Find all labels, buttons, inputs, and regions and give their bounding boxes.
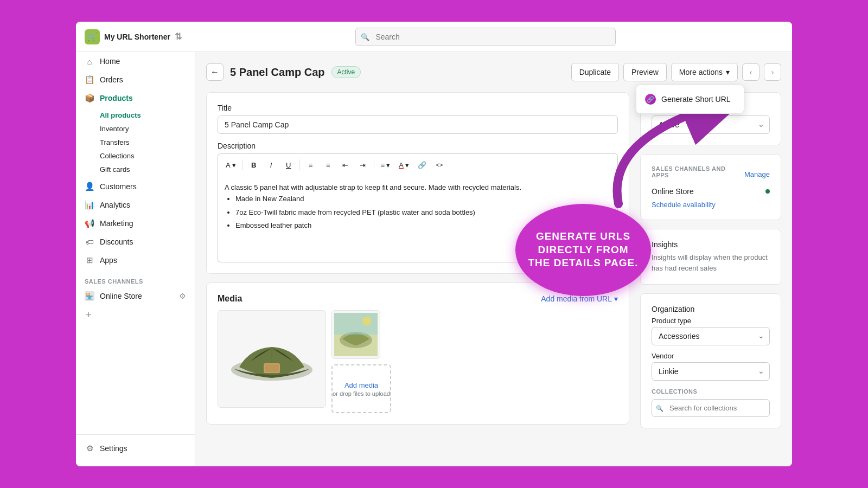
sidebar-item-transfers[interactable]: Transfers [100, 136, 195, 149]
chevron-down-icon: ▾ [386, 161, 390, 169]
nav-prev-button[interactable]: ‹ [742, 63, 760, 81]
customers-icon: 👤 [85, 182, 94, 191]
preview-button[interactable]: Preview [623, 63, 667, 81]
sidebar-item-label: Products [100, 94, 133, 102]
products-icon: 📦 [85, 93, 94, 103]
discounts-icon: 🏷 [85, 237, 94, 247]
topbar: 🛒 My URL Shortener ⇅ [76, 22, 792, 52]
media-grid: Add media or drop files to upload [218, 310, 618, 413]
sidebar-item-home[interactable]: ⌂ Home [76, 52, 195, 70]
store-name: My URL Shortener [104, 33, 170, 41]
add-media-button[interactable]: Add media from URL ▾ [541, 294, 618, 303]
sidebar-item-marketing[interactable]: 📢 Marketing [76, 214, 195, 233]
store-switcher-icon[interactable]: ⇅ [175, 31, 182, 42]
sidebar-item-apps[interactable]: ⊞ Apps [76, 251, 195, 269]
rte-bullet-button[interactable]: ≡ [303, 157, 318, 172]
svg-point-6 [362, 317, 371, 325]
thumb-illustration [334, 313, 378, 356]
organization-card: Organization Product type Accessories Ap… [640, 293, 781, 428]
search-input[interactable] [355, 28, 616, 46]
media-main-image[interactable] [218, 310, 326, 408]
rte-underline-button[interactable]: U [281, 157, 296, 172]
sidebar-item-add-channel[interactable]: + [77, 305, 195, 325]
back-button[interactable]: ← [206, 63, 224, 81]
chevron-down-icon: ▾ [726, 68, 730, 76]
main-column: Title Description A ▾ B I U [206, 92, 629, 437]
sidebar-item-inventory[interactable]: Inventory [100, 122, 195, 136]
sidebar-item-label: Analytics [100, 201, 130, 209]
two-column-layout: Title Description A ▾ B I U [206, 92, 781, 437]
online-store-settings-icon[interactable]: ⚙ [179, 292, 186, 300]
rte-toolbar: A ▾ B I U ≡ ≡ ⇤ ⇥ [218, 153, 618, 176]
insights-card: Insights Insights will display when the … [640, 229, 781, 285]
marketing-icon: 📢 [85, 219, 94, 228]
rte-code-button[interactable]: <> [432, 157, 447, 172]
bullet-item-3: Embossed leather patch [235, 220, 611, 232]
bullet-item-1: Made in New Zealand [235, 194, 611, 205]
title-label: Title [218, 104, 618, 112]
vendor-label: Vendor [652, 352, 770, 360]
chevron-down-icon: ▾ [232, 161, 236, 169]
hat-illustration [228, 332, 315, 386]
sidebar-item-all-products[interactable]: All products [100, 108, 195, 122]
shopify-icon: 🛒 [85, 29, 100, 44]
media-card: Media Add media from URL ▾ [206, 282, 629, 425]
sidebar-item-analytics[interactable]: 📊 Analytics [76, 196, 195, 214]
rte-color-button[interactable]: A ▾ [395, 157, 412, 172]
sidebar-item-customers[interactable]: 👤 Customers [76, 177, 195, 196]
title-input[interactable] [218, 115, 618, 134]
side-column: Status Active Draft SALES CHANNELS AND A… [640, 92, 781, 437]
media-thumb-1[interactable] [331, 310, 380, 359]
orders-icon: 📋 [85, 75, 94, 85]
rte-font-button[interactable]: A ▾ [222, 157, 239, 172]
description-label: Description [218, 142, 618, 150]
more-actions-button[interactable]: More actions ▾ [671, 63, 738, 81]
insights-description: Insights will display when the product h… [652, 252, 770, 273]
sidebar-item-discounts[interactable]: 🏷 Discounts [76, 233, 195, 251]
vendor-select-wrap: Linkie Other [652, 362, 770, 381]
vendor-select[interactable]: Linkie Other [652, 362, 770, 381]
schedule-availability-link[interactable]: Schedule availability [652, 201, 716, 209]
nav-next-button[interactable]: › [764, 63, 781, 81]
media-title: Media [218, 294, 242, 304]
duplicate-button[interactable]: Duplicate [571, 63, 619, 81]
sidebar-item-orders[interactable]: 📋 Orders [76, 70, 195, 89]
settings-icon: ⚙ [85, 444, 94, 453]
status-select[interactable]: Active Draft [652, 115, 770, 134]
online-status-dot [765, 189, 770, 194]
sidebar-channel-online-store[interactable]: 🏪 Online Store ⚙ [76, 287, 195, 305]
sales-channels-section-title: SALES CHANNELS AND APPS [652, 165, 744, 178]
manage-link[interactable]: Manage [744, 170, 770, 178]
chevron-down-icon: ▾ [405, 161, 409, 169]
description-editor[interactable]: A classic 5 panel hat with adjustable st… [218, 176, 618, 262]
apps-icon: ⊞ [85, 255, 94, 265]
online-store-label: Online Store [100, 292, 142, 300]
rte-italic-button[interactable]: I [264, 157, 279, 172]
search-bar[interactable] [355, 28, 616, 46]
media-upload-area[interactable]: Add media or drop files to upload [331, 364, 391, 413]
sidebar-item-label: Marketing [100, 219, 133, 228]
collections-search-input[interactable] [652, 399, 770, 417]
drop-files-text: or drop files to upload [333, 390, 390, 397]
rte-outdent-button[interactable]: ⇤ [338, 157, 353, 172]
media-header: Media Add media from URL ▾ [218, 294, 618, 304]
sidebar-item-collections[interactable]: Collections [100, 149, 195, 163]
generate-short-url-item[interactable]: 🔗 Generate Short URL [636, 88, 744, 110]
sidebar-item-label: Discounts [100, 237, 133, 246]
analytics-icon: 📊 [85, 200, 94, 210]
sidebar-item-gift-cards[interactable]: Gift cards [100, 163, 195, 176]
rte-divider [299, 159, 300, 170]
store-logo[interactable]: 🛒 My URL Shortener ⇅ [85, 29, 182, 44]
sidebar-item-settings[interactable]: ⚙ Settings [76, 439, 195, 458]
rte-indent-button[interactable]: ⇥ [355, 157, 371, 172]
sidebar-item-label: Home [100, 57, 120, 66]
add-media-text: Add media [344, 381, 378, 389]
sidebar-item-products[interactable]: 📦 Products [76, 89, 195, 107]
page-header: ← 5 Panel Camp Cap Active Duplicate Prev… [206, 63, 781, 81]
insights-title: Insights [652, 240, 770, 249]
product-type-select[interactable]: Accessories Apparel [652, 327, 770, 345]
rte-link-button[interactable]: 🔗 [414, 157, 430, 172]
rte-numbered-button[interactable]: ≡ [321, 157, 336, 172]
rte-bold-button[interactable]: B [246, 157, 261, 172]
rte-align-button[interactable]: ≡ ▾ [378, 157, 394, 172]
